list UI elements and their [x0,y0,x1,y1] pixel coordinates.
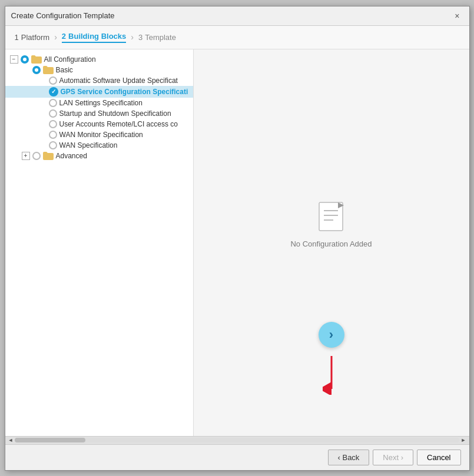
folder-icon-all-config [31,55,42,64]
label-wan-monitor: WAN Monitor Specification [59,131,143,139]
radio-lan [49,99,57,107]
scrollbar-thumb[interactable] [15,438,85,442]
step-1-num: 1 [15,33,19,42]
scroll-right-arrow[interactable]: ► [459,437,468,443]
radio-startup [49,109,57,118]
bottom-bar: ‹ Back Next › Cancel [5,444,469,470]
no-config-icon [317,201,345,234]
tree-item-user-accounts[interactable]: User Accounts Remote/LCI access co [5,119,193,129]
content-area: − All Configuration Basic Aut [5,49,469,436]
step-arrow-2: › [131,32,134,42]
scrollbar-track [15,438,459,442]
wizard-steps: 1 Platform › 2 Building Blocks › 3 Templ… [5,26,469,49]
title-bar: Create Configuration Template × [5,6,469,26]
dialog-title: Create Configuration Template [11,11,115,20]
radio-basic [32,66,41,74]
step-2-label: Building Blocks [68,32,126,41]
toggle-ph-wan-monitor [38,131,47,139]
create-config-dialog: Create Configuration Template × 1 Platfo… [5,6,470,471]
label-startup: Startup and Shutdown Specification [59,109,171,118]
step-2-num: 2 [62,32,66,41]
toggle-advanced[interactable]: + [22,152,30,160]
tree-item-gps[interactable]: GPS Service Configuration Specificati [5,86,193,98]
step-3-label: Template [145,33,176,42]
radio-auto-sw [49,76,57,85]
tree-item-startup[interactable]: Startup and Shutdown Specification [5,108,193,119]
red-arrow-indicator [5,85,8,99]
label-advanced: Advanced [56,152,87,160]
toggle-ph-gps [38,88,47,96]
check-gps [49,87,58,96]
tree-item-auto-sw[interactable]: Automatic Software Update Specificat [5,75,193,86]
toggle-all-config[interactable]: − [10,55,18,64]
label-lan: LAN Settings Specification [59,99,142,107]
transfer-icon: › [329,327,333,342]
tree-item-lan[interactable]: LAN Settings Specification [5,98,193,108]
horizontal-scrollbar[interactable]: ◄ ► [5,436,469,444]
toggle-ph-wan-spec [38,141,47,149]
toggle-ph-auto-sw [38,76,47,85]
label-all-config: All Configuration [44,55,96,64]
radio-user [49,120,57,128]
radio-wan-spec [49,141,57,149]
scroll-left-arrow[interactable]: ◄ [6,437,15,443]
right-panel: No Configuration Added › [194,49,469,436]
radio-all-config [21,55,29,64]
tree-item-basic[interactable]: Basic [5,65,193,75]
folder-icon-basic [43,66,54,74]
step-arrow-1: › [54,32,57,42]
radio-wan-monitor [49,131,57,139]
radio-advanced [32,152,41,160]
label-user-accounts: User Accounts Remote/LCI access co [59,120,178,128]
next-button[interactable]: Next › [373,450,413,465]
tree-item-all-config[interactable]: − All Configuration [5,54,193,65]
close-button[interactable]: × [451,10,463,22]
toggle-placeholder-basic [22,66,30,74]
no-config-text: No Configuration Added [290,239,372,248]
back-button[interactable]: ‹ Back [328,450,370,465]
label-auto-sw: Automatic Software Update Specificat [59,76,178,85]
step-2[interactable]: 2 Building Blocks [62,32,126,43]
transfer-button[interactable]: › [319,322,344,348]
tree-item-wan-spec[interactable]: WAN Specification [5,140,193,151]
no-config-wrapper: No Configuration Added [290,201,372,248]
left-panel: − All Configuration Basic Aut [5,49,194,436]
step-1-label: Platform [21,33,49,42]
toggle-ph-lan [38,99,47,107]
step-3-num: 3 [138,33,142,42]
tree-item-advanced[interactable]: + Advanced [5,151,193,161]
toggle-ph-startup [38,109,47,118]
step-3[interactable]: 3 Template [138,33,176,42]
cancel-button[interactable]: Cancel [417,450,460,465]
tree-item-wan-monitor[interactable]: WAN Monitor Specification [5,129,193,140]
folder-icon-advanced [43,152,54,160]
label-wan-spec: WAN Specification [59,141,118,149]
label-basic: Basic [56,66,73,74]
toggle-ph-user [38,120,47,128]
red-arrow-down [323,354,340,395]
label-gps: GPS Service Configuration Specificati [61,88,188,96]
step-1[interactable]: 1 Platform [15,33,50,42]
